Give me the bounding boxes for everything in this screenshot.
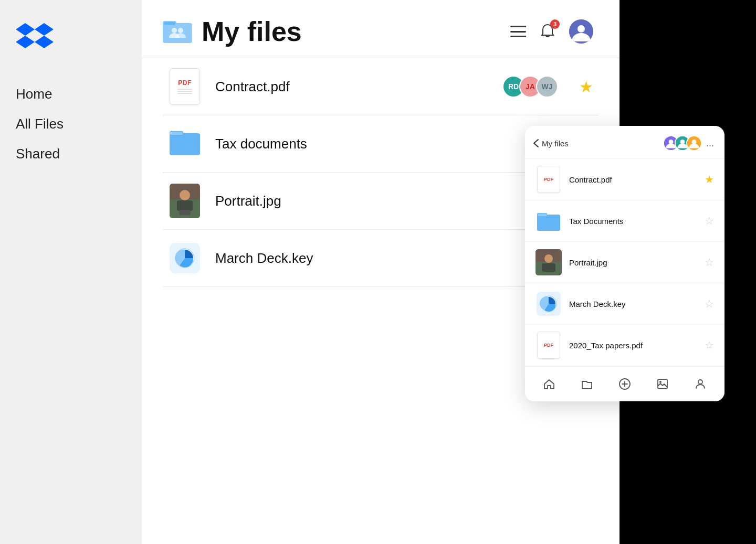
header-right: 3 [510,19,593,44]
phone-nav-profile[interactable] [690,374,710,394]
pdf-icon: PDF [170,68,200,105]
more-button[interactable]: ... [706,138,714,149]
file-row-contract[interactable]: PDF Contract.pdf RD JA WJ ★ [163,58,598,115]
sidebar-item-shared[interactable]: Shared [16,144,126,164]
phone-file-row-contract[interactable]: PDF Contract.pdf ★ [525,159,724,200]
phone-nav-image[interactable] [653,374,673,394]
svg-point-19 [680,140,685,144]
phone-nav-folder[interactable] [577,374,597,394]
back-button[interactable]: My files [533,139,569,148]
sidebar: Home All Files Shared [0,0,142,544]
dropbox-logo [16,21,126,52]
header-left: My files [163,16,302,47]
phone-file-name: Portrait.jpg [569,258,705,267]
phone-pdf-icon: PDF [536,166,562,193]
phone-bottom-nav [525,366,724,401]
phone-avatars: ... [663,135,714,151]
phone-star-button[interactable]: ☆ [705,215,714,227]
phone-nav-home[interactable] [539,374,559,394]
notifications-button[interactable]: 3 [537,20,559,42]
page-header: My files 3 [142,0,620,58]
sidebar-item-all-files[interactable]: All Files [16,114,126,134]
phone-portrait-icon [536,249,562,275]
file-icon-folder [168,127,202,161]
svg-rect-2 [164,22,175,25]
phone-file-name: Contract.pdf [569,175,705,184]
file-icon-keynote [168,241,202,275]
folder-icon [170,128,200,159]
svg-point-21 [692,140,697,144]
portrait-thumbnail [170,184,200,218]
file-name: Contract.pdf [215,79,502,95]
avatar-wj: WJ [536,76,558,98]
svg-rect-9 [170,132,183,135]
phone-title: My files [542,139,569,148]
page-title: My files [202,16,302,47]
phone-keynote-icon [536,291,562,317]
phone-nav-add[interactable] [615,374,635,394]
svg-point-32 [659,381,662,383]
file-icon-pdf: PDF [168,70,202,103]
user-avatar[interactable] [569,19,593,44]
svg-point-17 [669,140,674,144]
svg-point-3 [172,28,177,33]
menu-button[interactable] [510,26,526,37]
svg-point-4 [178,28,183,33]
phone-file-row-march-deck[interactable]: March Deck.key ☆ [525,283,724,325]
phone-avatar-3 [686,135,702,151]
svg-rect-24 [538,214,547,216]
phone-star-button[interactable]: ☆ [705,297,714,310]
phone-star-button[interactable]: ☆ [705,256,714,269]
svg-point-33 [698,380,702,384]
star-button[interactable]: ★ [579,78,593,96]
svg-rect-31 [658,379,667,389]
shared-avatars: RD JA WJ [502,76,558,98]
phone-file-name: 2020_Tax papers.pdf [569,341,705,350]
svg-rect-13 [177,200,193,211]
phone-star-button[interactable]: ★ [705,173,714,186]
keynote-icon [170,243,200,273]
phone-file-row-tax[interactable]: Tax Documents ☆ [525,200,724,242]
phone-folder-icon [536,208,562,234]
notification-badge: 3 [550,19,560,29]
svg-rect-14 [179,210,191,215]
svg-rect-28 [542,263,555,272]
phone-file-row-portrait[interactable]: Portrait.jpg ☆ [525,242,724,283]
phone-file-name: Tax Documents [569,217,705,226]
svg-point-27 [544,254,553,263]
mobile-panel: My files ... PDF Con [525,126,724,401]
main-content: My files 3 [142,0,620,544]
svg-point-12 [180,190,190,200]
phone-file-name: March Deck.key [569,300,705,308]
folder-icon-large [163,18,192,45]
phone-pdf2-icon: PDF [536,332,562,358]
phone-header: My files ... [525,126,724,159]
phone-file-row-2020-tax[interactable]: PDF 2020_Tax papers.pdf ☆ [525,325,724,366]
svg-point-6 [578,25,585,33]
phone-star-button[interactable]: ☆ [705,339,714,351]
file-icon-image [168,184,202,218]
sidebar-item-home[interactable]: Home [16,84,126,104]
